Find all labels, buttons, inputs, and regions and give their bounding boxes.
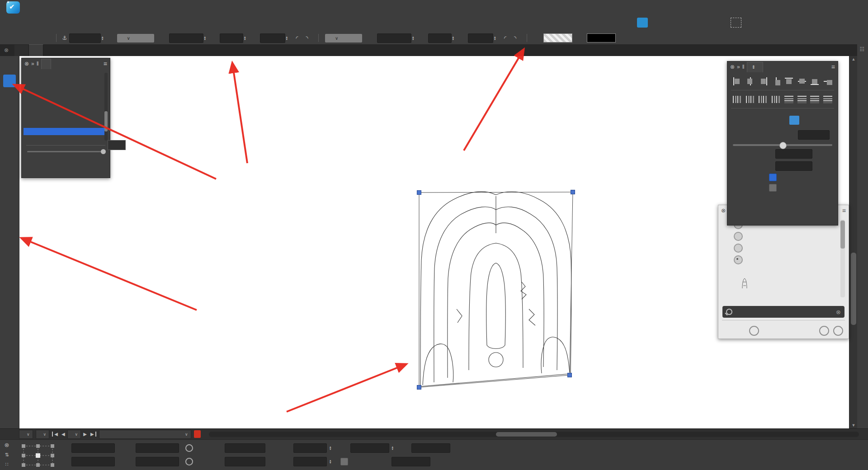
shape-align-5-icon[interactable]: [778, 116, 788, 125]
length2-field[interactable]: [377, 33, 411, 43]
shape-align-center-icon[interactable]: [789, 116, 799, 125]
panel-close-icon[interactable]: ⊗: [730, 64, 735, 70]
panel-close-icon[interactable]: ⊗: [721, 207, 726, 214]
rotate-objects-checkbox[interactable]: [769, 174, 777, 181]
node-tool[interactable]: [3, 75, 16, 87]
panel-collapse-icon[interactable]: »: [31, 61, 34, 67]
selection-info-dropdown[interactable]: ∨: [99, 430, 191, 439]
menu-file[interactable]: [25, 0, 38, 14]
panel-close-icon[interactable]: ⊗: [5, 442, 9, 448]
length-spinner[interactable]: ▴▾: [204, 36, 206, 40]
radio-icon[interactable]: [734, 244, 743, 253]
scale-height-field[interactable]: [225, 457, 265, 466]
shape-align-8-icon[interactable]: [813, 116, 823, 125]
maximize-button[interactable]: [835, 1, 851, 13]
preset-value[interactable]: [718, 266, 849, 277]
panel-options-box[interactable]: [108, 140, 126, 150]
height-field[interactable]: [136, 457, 179, 466]
length-field[interactable]: [169, 33, 203, 43]
distribute-left-icon[interactable]: [732, 94, 743, 104]
bring-to-front-icon[interactable]: [494, 18, 507, 28]
menu-styles[interactable]: [89, 0, 101, 14]
zoom-level-dropdown[interactable]: ∨: [19, 430, 33, 439]
skew-vertical-field[interactable]: [293, 457, 327, 466]
corner2-bevel-icon[interactable]: ◝: [510, 35, 520, 42]
snapshot-icon[interactable]: [49, 165, 58, 175]
mesh-tool[interactable]: [3, 302, 16, 315]
align-right-icon[interactable]: [758, 76, 769, 86]
align-bottom-icon[interactable]: [809, 76, 820, 86]
delete-icon[interactable]: [833, 326, 843, 336]
union-icon[interactable]: [221, 18, 231, 28]
preset-option-1plus2[interactable]: [718, 254, 849, 266]
export-icon[interactable]: [791, 326, 801, 336]
stamp-tool[interactable]: [3, 241, 16, 254]
rect-tool[interactable]: [3, 317, 16, 330]
history-tab[interactable]: [41, 59, 51, 69]
start-field[interactable]: [775, 149, 812, 159]
align-left-icon[interactable]: [732, 76, 743, 86]
divide-icon[interactable]: [271, 18, 282, 28]
subtract-icon[interactable]: [233, 18, 244, 28]
zoom-tool[interactable]: [3, 393, 16, 406]
history-redo-icon[interactable]: [38, 165, 47, 175]
history-item[interactable]: [24, 106, 104, 113]
tag-icon[interactable]: [777, 326, 787, 336]
width-field[interactable]: [136, 443, 179, 453]
skew-horizontal-field[interactable]: [293, 443, 327, 453]
distribute-gaps-v-icon[interactable]: [822, 94, 833, 104]
artboard-edit-icon[interactable]: [373, 18, 383, 28]
text-tool[interactable]: [3, 165, 16, 178]
history-item[interactable]: [24, 85, 104, 92]
rotate-cw-icon[interactable]: [152, 18, 163, 28]
history-item[interactable]: [24, 70, 104, 77]
grid-plus-icon[interactable]: [480, 18, 491, 28]
toolbox-collapse-icon[interactable]: ⊗: [2, 45, 11, 55]
align-anchor-v-icon[interactable]: [822, 76, 833, 86]
search-input[interactable]: [735, 308, 833, 316]
marquee-tool[interactable]: [3, 119, 16, 132]
angle-field[interactable]: [220, 33, 243, 43]
rotate-view-icon[interactable]: [385, 18, 396, 28]
last-page-icon[interactable]: ▶: [89, 432, 96, 437]
snap-shape-icon[interactable]: [769, 18, 779, 28]
move-horizontal-field[interactable]: [411, 443, 450, 453]
each-checkbox[interactable]: [340, 458, 348, 465]
edit-icon[interactable]: [763, 326, 773, 336]
shape-align-end-icon[interactable]: [825, 116, 835, 125]
distribute-bottom-icon[interactable]: [809, 94, 820, 104]
skew-v-spinner[interactable]: ▴▾: [330, 459, 331, 464]
panel-drag-handle[interactable]: ‖: [742, 64, 745, 70]
snap-center-icon[interactable]: [756, 18, 767, 28]
edit-shape-icon[interactable]: [454, 18, 465, 28]
angle-spinner[interactable]: ▴▾: [392, 446, 394, 450]
distribute-center-h-icon[interactable]: [745, 94, 756, 104]
offset-field[interactable]: [775, 161, 812, 171]
panel-collapse-icon[interactable]: »: [737, 64, 740, 70]
menu-help[interactable]: [152, 0, 165, 14]
history-item[interactable]: [24, 77, 104, 85]
proportional-toggle-icon[interactable]: [185, 458, 193, 465]
fill-swatch[interactable]: [543, 33, 572, 42]
keep-rotation-checkbox[interactable]: [769, 184, 777, 192]
minimize-button[interactable]: [820, 1, 835, 13]
menu-type[interactable]: [101, 0, 114, 14]
flip-horizontal-icon[interactable]: [102, 18, 113, 28]
exclude-icon[interactable]: [259, 18, 269, 28]
preset-option-3[interactable]: [718, 242, 849, 254]
radio-icon[interactable]: [734, 232, 743, 241]
align-center-h-icon[interactable]: [745, 76, 756, 86]
angle2-field[interactable]: [428, 33, 452, 43]
first-page-icon[interactable]: ◀: [52, 432, 59, 437]
puppet-tool[interactable]: [3, 347, 16, 360]
panel-expand-icon[interactable]: ⇅: [5, 452, 9, 458]
menu-edit[interactable]: [38, 0, 51, 14]
radio-selected-icon[interactable]: [734, 255, 743, 264]
corner2-spinner[interactable]: ▴▾: [494, 36, 496, 40]
history-scrollbar[interactable]: [104, 73, 108, 141]
flip-vertical-icon[interactable]: [114, 18, 125, 28]
align-anchor-h-icon[interactable]: [771, 76, 782, 86]
curve-icon[interactable]: [360, 18, 371, 28]
menu-select[interactable]: [51, 0, 63, 14]
preset-option-2[interactable]: [718, 230, 849, 242]
